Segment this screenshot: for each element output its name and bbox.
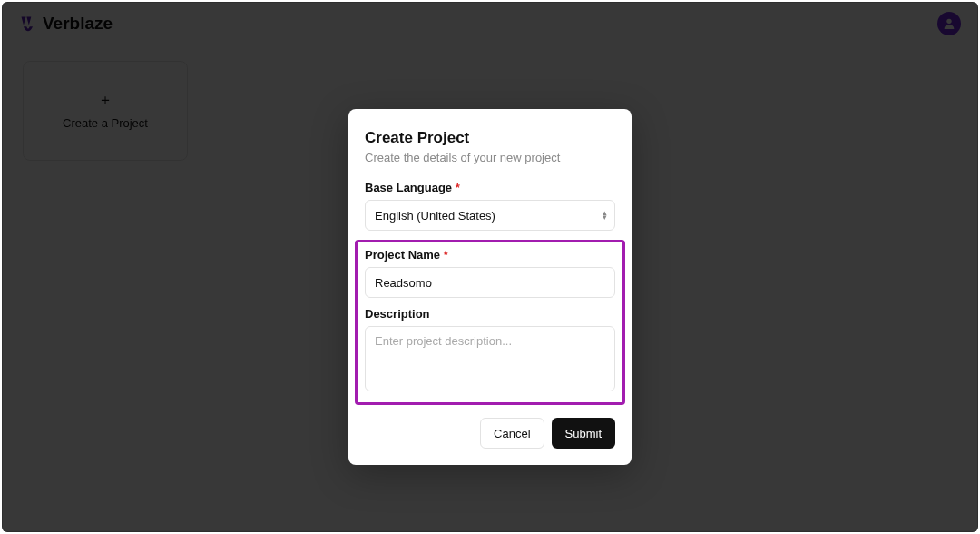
description-label: Description (365, 307, 615, 321)
description-textarea[interactable] (365, 326, 615, 391)
modal-title: Create Project (365, 129, 615, 147)
create-project-modal: Create Project Create the details of you… (348, 109, 632, 465)
submit-button[interactable]: Submit (552, 418, 615, 449)
highlighted-section: Project Name * Description (355, 240, 625, 405)
modal-subtitle: Create the details of your new project (365, 151, 615, 164)
base-language-select-wrap: ▴▾ (365, 200, 615, 231)
base-language-select[interactable] (365, 200, 615, 231)
project-name-input[interactable] (365, 267, 615, 298)
cancel-button[interactable]: Cancel (480, 418, 544, 449)
base-language-label: Base Language * (365, 181, 615, 194)
modal-actions: Cancel Submit (365, 418, 615, 449)
project-name-label: Project Name * (365, 248, 615, 262)
